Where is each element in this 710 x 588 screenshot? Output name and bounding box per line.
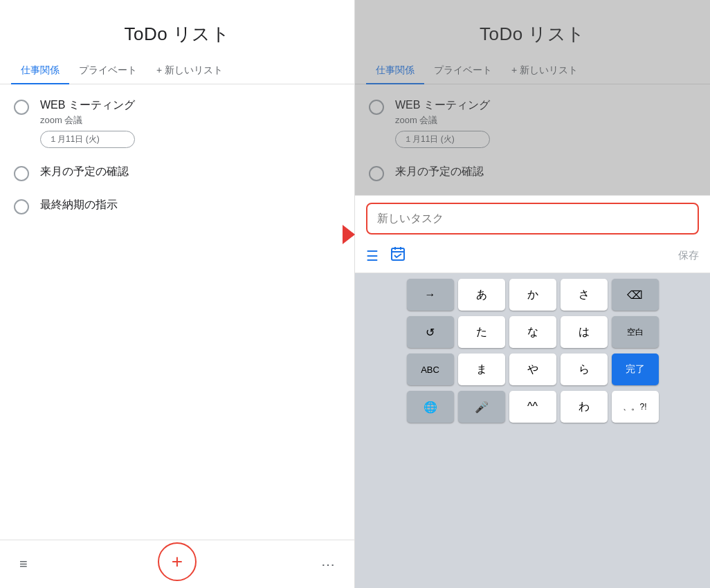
left-panel: ToDo リスト 仕事関係 プライベート + 新しいリスト WEB ミーティング… [0,0,355,588]
new-task-area: ☰ 保存 [355,195,710,273]
key-ka[interactable]: か [509,279,556,311]
bottom-bar-left: ≡ + ⋯ [0,540,354,588]
svg-rect-0 [392,248,404,260]
key-caret[interactable]: ^^ [509,391,556,423]
tab-work-left[interactable]: 仕事関係 [11,57,69,84]
key-abc[interactable]: ABC [407,353,454,385]
task-subtitle-1-right: zoom 会議 [395,114,490,127]
key-space[interactable]: 空白 [612,316,659,348]
task-content-1-right: WEB ミーティング zoom 会議 １月11日 (火) [395,98,490,148]
key-a[interactable]: あ [458,279,505,311]
tabs-right: 仕事関係 プライベート + 新しいリスト [355,57,710,84]
task-item-1-left[interactable]: WEB ミーティング zoom 会議 １月11日 (火) [0,90,354,156]
key-na[interactable]: な [509,316,556,348]
task-item-1-right: WEB ミーティング zoom 会議 １月11日 (火) [355,90,710,156]
key-mic[interactable]: 🎤 [458,391,505,423]
key-ra[interactable]: ら [561,353,608,385]
keyboard-area: → あ か さ ⌫ ↺ た な は 空白 ABC ま や ら 完了 🌐 🎤 ^^… [355,273,710,588]
task-content-2-left: 来月の予定の確認 [40,165,129,179]
task-item-2-right: 来月の予定の確認 [355,156,710,190]
new-task-input[interactable] [366,203,699,235]
task-title-2-left: 来月の予定の確認 [40,165,129,179]
keyboard-row-1: → あ か さ ⌫ [358,279,707,311]
task-date-1-right: １月11日 (火) [395,131,490,148]
plus-icon-left: + [172,552,183,571]
new-task-toolbar: ☰ 保存 [355,241,710,273]
key-sa[interactable]: さ [561,279,608,311]
task-date-1-left: １月11日 (火) [40,131,135,148]
task-circle-1-right [369,100,384,115]
arrow-indicator [343,225,355,244]
key-globe[interactable]: 🌐 [407,391,454,423]
key-wa[interactable]: わ [561,391,608,423]
task-circle-1-left[interactable] [14,100,29,115]
task-list-right-bg: WEB ミーティング zoom 会議 １月11日 (火) 来月の予定の確認 [355,84,710,195]
right-top-content: ToDo リスト 仕事関係 プライベート + 新しいリスト WEB ミーティング… [355,0,710,195]
task-title-1-right: WEB ミーティング [395,98,490,113]
task-content-3-left: 最終納期の指示 [40,198,118,212]
key-undo[interactable]: ↺ [407,316,454,348]
task-list-left: WEB ミーティング zoom 会議 １月11日 (火) 来月の予定の確認 最終… [0,84,354,540]
key-ha[interactable]: は [561,316,608,348]
key-backspace[interactable]: ⌫ [612,279,659,311]
task-circle-3-left[interactable] [14,199,29,214]
more-icon-left[interactable]: ⋯ [321,556,335,573]
task-subtitle-1-left: zoom 会議 [40,114,135,127]
task-title-1-left: WEB ミーティング [40,98,135,113]
calendar-icon[interactable] [390,246,406,266]
task-circle-2-left[interactable] [14,166,29,181]
hamburger-icon-left[interactable]: ≡ [19,556,28,572]
tab-private-left[interactable]: プライベート [69,57,147,84]
key-done[interactable]: 完了 [612,353,659,385]
app-title-right: ToDo リスト [355,0,710,57]
keyboard-row-4: 🌐 🎤 ^^ わ 、。?! [358,391,707,423]
tab-new-list-left[interactable]: + 新しいリスト [147,57,233,84]
key-ma[interactable]: ま [458,353,505,385]
fab-container-left: + [158,542,197,581]
task-item-3-left[interactable]: 最終納期の指示 [0,190,354,223]
keyboard-row-2: ↺ た な は 空白 [358,316,707,348]
key-ya[interactable]: や [509,353,556,385]
tab-new-list-right[interactable]: + 新しいリスト [502,57,588,84]
add-task-button-left[interactable]: + [158,542,197,581]
task-title-3-left: 最終納期の指示 [40,198,118,212]
task-content-2-right: 来月の予定の確認 [395,165,484,179]
details-icon[interactable]: ☰ [366,248,379,264]
app-title-left: ToDo リスト [0,0,354,57]
keyboard-row-3: ABC ま や ら 完了 [358,353,707,385]
save-button[interactable]: 保存 [678,249,699,262]
tabs-left: 仕事関係 プライベート + 新しいリスト [0,57,354,84]
task-circle-2-right [369,166,384,181]
right-panel: ToDo リスト 仕事関係 プライベート + 新しいリスト WEB ミーティング… [355,0,710,588]
task-title-2-right: 来月の予定の確認 [395,165,484,179]
tab-work-right[interactable]: 仕事関係 [366,57,424,84]
task-item-2-left[interactable]: 来月の予定の確認 [0,156,354,190]
key-arrow[interactable]: → [407,279,454,311]
task-content-1-left: WEB ミーティング zoom 会議 １月11日 (火) [40,98,135,148]
key-ta[interactable]: た [458,316,505,348]
new-task-input-wrapper [355,196,710,241]
tab-private-right[interactable]: プライベート [424,57,502,84]
key-punct[interactable]: 、。?! [612,391,659,423]
